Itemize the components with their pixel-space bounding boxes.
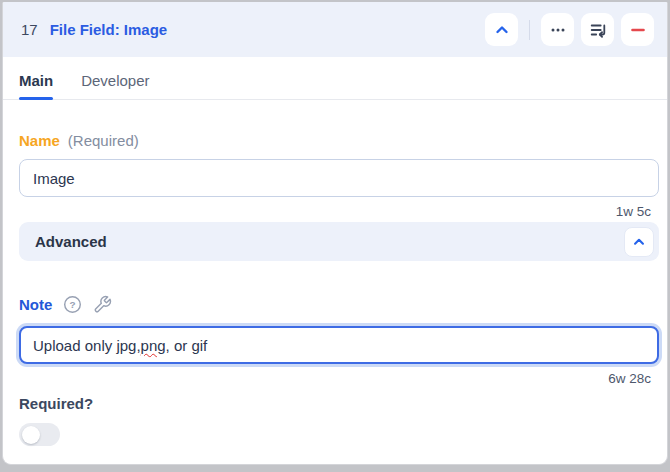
remove-field-button[interactable] — [621, 13, 654, 46]
note-label: Note — [19, 296, 52, 313]
required-label: Required? — [19, 395, 651, 412]
note-text-before: Upload only jpg, — [33, 337, 141, 354]
help-circle-icon[interactable]: ? — [63, 295, 82, 314]
chevron-up-icon — [632, 235, 646, 249]
advanced-section-header[interactable]: Advanced — [19, 222, 659, 261]
insert-field-after-button[interactable] — [581, 13, 614, 46]
panel-title: File Field: Image — [50, 21, 168, 38]
wrench-icon[interactable] — [93, 295, 112, 314]
note-word-char-counter: 6w 28c — [19, 371, 651, 386]
settings-tabbar: Main Developer — [3, 57, 667, 100]
ellipsis-icon — [549, 21, 567, 39]
tab-developer[interactable]: Developer — [81, 57, 149, 99]
panel-header: 17 File Field: Image — [3, 2, 667, 57]
note-input[interactable]: Upload only jpg, png, or gif — [19, 326, 659, 364]
minus-icon — [630, 22, 646, 38]
settings-content: Name (Required) Image 1w 5c Advanced Not… — [3, 100, 667, 446]
advanced-section-label: Advanced — [35, 233, 107, 250]
note-label-row: Note ? — [19, 295, 651, 314]
more-options-button[interactable] — [541, 13, 574, 46]
field-index: 17 — [21, 21, 38, 38]
header-divider — [529, 20, 530, 40]
tab-main[interactable]: Main — [19, 57, 53, 99]
chevron-up-icon — [494, 22, 510, 38]
note-text-misspelled: png — [141, 337, 166, 354]
name-word-char-counter: 1w 5c — [19, 204, 651, 219]
note-text-after: , or gif — [166, 337, 208, 354]
collapse-panel-button[interactable] — [485, 13, 518, 46]
field-settings-panel: 17 File Field: Image — [2, 2, 668, 465]
required-toggle[interactable] — [19, 423, 60, 446]
advanced-collapse-button[interactable] — [624, 227, 654, 257]
svg-text:?: ? — [70, 299, 76, 310]
panel-header-title-group: 17 File Field: Image — [21, 21, 167, 38]
name-label: Name — [19, 132, 60, 149]
name-label-row: Name (Required) — [19, 132, 651, 149]
list-return-icon — [589, 21, 607, 39]
name-required-note: (Required) — [68, 132, 139, 149]
panel-header-actions — [485, 13, 654, 46]
name-input[interactable]: Image — [19, 159, 659, 197]
toggle-knob — [22, 426, 40, 444]
